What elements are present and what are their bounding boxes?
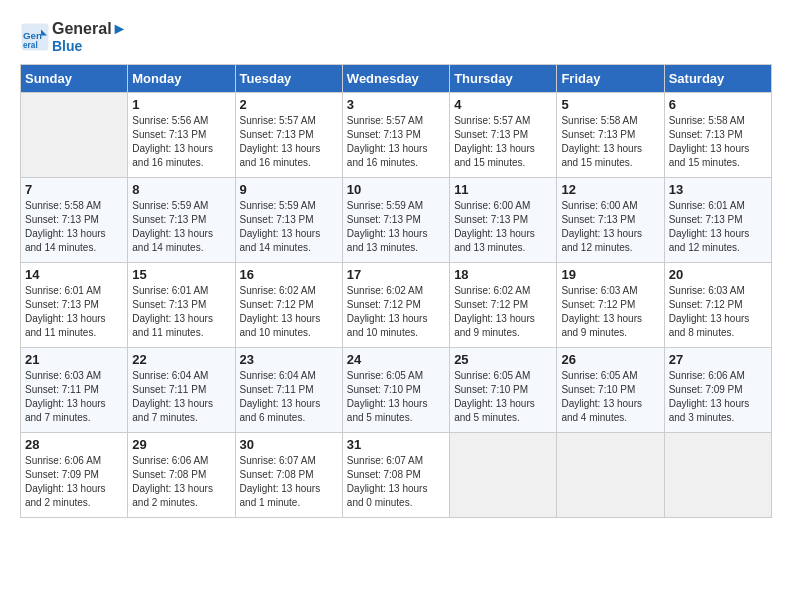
day-number: 4: [454, 97, 552, 112]
day-info: Sunrise: 5:59 AM Sunset: 7:13 PM Dayligh…: [132, 199, 230, 255]
day-number: 31: [347, 437, 445, 452]
day-info: Sunrise: 5:56 AM Sunset: 7:13 PM Dayligh…: [132, 114, 230, 170]
day-number: 14: [25, 267, 123, 282]
day-info: Sunrise: 6:03 AM Sunset: 7:11 PM Dayligh…: [25, 369, 123, 425]
day-number: 7: [25, 182, 123, 197]
day-number: 3: [347, 97, 445, 112]
day-info: Sunrise: 6:04 AM Sunset: 7:11 PM Dayligh…: [132, 369, 230, 425]
day-number: 27: [669, 352, 767, 367]
day-number: 11: [454, 182, 552, 197]
calendar-cell: 7Sunrise: 5:58 AM Sunset: 7:13 PM Daylig…: [21, 178, 128, 263]
calendar-cell: 5Sunrise: 5:58 AM Sunset: 7:13 PM Daylig…: [557, 93, 664, 178]
day-number: 20: [669, 267, 767, 282]
calendar-cell: 13Sunrise: 6:01 AM Sunset: 7:13 PM Dayli…: [664, 178, 771, 263]
day-number: 2: [240, 97, 338, 112]
calendar-cell: 15Sunrise: 6:01 AM Sunset: 7:13 PM Dayli…: [128, 263, 235, 348]
calendar-cell: 29Sunrise: 6:06 AM Sunset: 7:08 PM Dayli…: [128, 433, 235, 518]
day-info: Sunrise: 5:57 AM Sunset: 7:13 PM Dayligh…: [347, 114, 445, 170]
day-number: 29: [132, 437, 230, 452]
calendar-cell: 22Sunrise: 6:04 AM Sunset: 7:11 PM Dayli…: [128, 348, 235, 433]
day-info: Sunrise: 6:02 AM Sunset: 7:12 PM Dayligh…: [454, 284, 552, 340]
calendar-cell: 16Sunrise: 6:02 AM Sunset: 7:12 PM Dayli…: [235, 263, 342, 348]
svg-text:eral: eral: [23, 41, 38, 50]
calendar-week-2: 7Sunrise: 5:58 AM Sunset: 7:13 PM Daylig…: [21, 178, 772, 263]
day-number: 18: [454, 267, 552, 282]
day-info: Sunrise: 6:00 AM Sunset: 7:13 PM Dayligh…: [454, 199, 552, 255]
day-number: 22: [132, 352, 230, 367]
calendar-cell: 30Sunrise: 6:07 AM Sunset: 7:08 PM Dayli…: [235, 433, 342, 518]
calendar-cell: 21Sunrise: 6:03 AM Sunset: 7:11 PM Dayli…: [21, 348, 128, 433]
day-number: 8: [132, 182, 230, 197]
calendar-cell: 24Sunrise: 6:05 AM Sunset: 7:10 PM Dayli…: [342, 348, 449, 433]
day-info: Sunrise: 6:07 AM Sunset: 7:08 PM Dayligh…: [240, 454, 338, 510]
day-info: Sunrise: 6:02 AM Sunset: 7:12 PM Dayligh…: [347, 284, 445, 340]
calendar-cell: 12Sunrise: 6:00 AM Sunset: 7:13 PM Dayli…: [557, 178, 664, 263]
day-number: 1: [132, 97, 230, 112]
calendar-cell: 8Sunrise: 5:59 AM Sunset: 7:13 PM Daylig…: [128, 178, 235, 263]
day-info: Sunrise: 5:59 AM Sunset: 7:13 PM Dayligh…: [347, 199, 445, 255]
calendar-cell: 31Sunrise: 6:07 AM Sunset: 7:08 PM Dayli…: [342, 433, 449, 518]
calendar-week-4: 21Sunrise: 6:03 AM Sunset: 7:11 PM Dayli…: [21, 348, 772, 433]
day-info: Sunrise: 6:05 AM Sunset: 7:10 PM Dayligh…: [347, 369, 445, 425]
day-info: Sunrise: 6:06 AM Sunset: 7:09 PM Dayligh…: [25, 454, 123, 510]
day-number: 24: [347, 352, 445, 367]
calendar-cell: 6Sunrise: 5:58 AM Sunset: 7:13 PM Daylig…: [664, 93, 771, 178]
day-header-tuesday: Tuesday: [235, 65, 342, 93]
day-header-thursday: Thursday: [450, 65, 557, 93]
day-number: 15: [132, 267, 230, 282]
calendar-cell: 28Sunrise: 6:06 AM Sunset: 7:09 PM Dayli…: [21, 433, 128, 518]
calendar-cell: 3Sunrise: 5:57 AM Sunset: 7:13 PM Daylig…: [342, 93, 449, 178]
calendar-cell: 20Sunrise: 6:03 AM Sunset: 7:12 PM Dayli…: [664, 263, 771, 348]
day-number: 9: [240, 182, 338, 197]
day-info: Sunrise: 5:58 AM Sunset: 7:13 PM Dayligh…: [669, 114, 767, 170]
day-info: Sunrise: 5:58 AM Sunset: 7:13 PM Dayligh…: [561, 114, 659, 170]
calendar-cell: 9Sunrise: 5:59 AM Sunset: 7:13 PM Daylig…: [235, 178, 342, 263]
day-info: Sunrise: 6:05 AM Sunset: 7:10 PM Dayligh…: [561, 369, 659, 425]
day-number: 28: [25, 437, 123, 452]
calendar-cell: 27Sunrise: 6:06 AM Sunset: 7:09 PM Dayli…: [664, 348, 771, 433]
day-number: 19: [561, 267, 659, 282]
day-number: 23: [240, 352, 338, 367]
day-header-sunday: Sunday: [21, 65, 128, 93]
svg-text:Gen: Gen: [23, 30, 42, 41]
day-info: Sunrise: 6:04 AM Sunset: 7:11 PM Dayligh…: [240, 369, 338, 425]
day-header-friday: Friday: [557, 65, 664, 93]
day-number: 13: [669, 182, 767, 197]
day-info: Sunrise: 6:02 AM Sunset: 7:12 PM Dayligh…: [240, 284, 338, 340]
calendar-cell: [557, 433, 664, 518]
day-number: 25: [454, 352, 552, 367]
day-info: Sunrise: 6:01 AM Sunset: 7:13 PM Dayligh…: [25, 284, 123, 340]
day-number: 12: [561, 182, 659, 197]
logo-text: General► Blue: [52, 20, 127, 54]
day-number: 17: [347, 267, 445, 282]
calendar-week-3: 14Sunrise: 6:01 AM Sunset: 7:13 PM Dayli…: [21, 263, 772, 348]
day-header-saturday: Saturday: [664, 65, 771, 93]
day-info: Sunrise: 6:03 AM Sunset: 7:12 PM Dayligh…: [561, 284, 659, 340]
day-info: Sunrise: 6:03 AM Sunset: 7:12 PM Dayligh…: [669, 284, 767, 340]
calendar-week-5: 28Sunrise: 6:06 AM Sunset: 7:09 PM Dayli…: [21, 433, 772, 518]
calendar-cell: 25Sunrise: 6:05 AM Sunset: 7:10 PM Dayli…: [450, 348, 557, 433]
day-number: 26: [561, 352, 659, 367]
page-header: Gen eral General► Blue: [20, 20, 772, 54]
day-number: 5: [561, 97, 659, 112]
day-info: Sunrise: 6:01 AM Sunset: 7:13 PM Dayligh…: [132, 284, 230, 340]
day-info: Sunrise: 5:59 AM Sunset: 7:13 PM Dayligh…: [240, 199, 338, 255]
day-info: Sunrise: 6:00 AM Sunset: 7:13 PM Dayligh…: [561, 199, 659, 255]
calendar-cell: 1Sunrise: 5:56 AM Sunset: 7:13 PM Daylig…: [128, 93, 235, 178]
day-info: Sunrise: 6:01 AM Sunset: 7:13 PM Dayligh…: [669, 199, 767, 255]
header-row: SundayMondayTuesdayWednesdayThursdayFrid…: [21, 65, 772, 93]
day-number: 6: [669, 97, 767, 112]
calendar-cell: 4Sunrise: 5:57 AM Sunset: 7:13 PM Daylig…: [450, 93, 557, 178]
day-info: Sunrise: 6:06 AM Sunset: 7:08 PM Dayligh…: [132, 454, 230, 510]
day-info: Sunrise: 5:57 AM Sunset: 7:13 PM Dayligh…: [240, 114, 338, 170]
day-header-wednesday: Wednesday: [342, 65, 449, 93]
calendar-cell: 18Sunrise: 6:02 AM Sunset: 7:12 PM Dayli…: [450, 263, 557, 348]
day-header-monday: Monday: [128, 65, 235, 93]
day-info: Sunrise: 5:57 AM Sunset: 7:13 PM Dayligh…: [454, 114, 552, 170]
day-number: 10: [347, 182, 445, 197]
calendar-cell: 26Sunrise: 6:05 AM Sunset: 7:10 PM Dayli…: [557, 348, 664, 433]
calendar-cell: [21, 93, 128, 178]
calendar-cell: 11Sunrise: 6:00 AM Sunset: 7:13 PM Dayli…: [450, 178, 557, 263]
day-info: Sunrise: 6:07 AM Sunset: 7:08 PM Dayligh…: [347, 454, 445, 510]
logo: Gen eral General► Blue: [20, 20, 127, 54]
